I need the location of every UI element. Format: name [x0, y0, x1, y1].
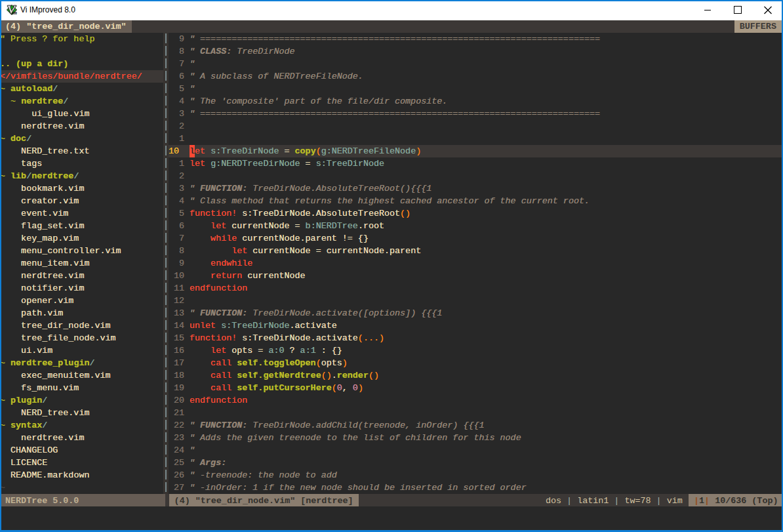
svg-text:im: im: [12, 10, 17, 15]
